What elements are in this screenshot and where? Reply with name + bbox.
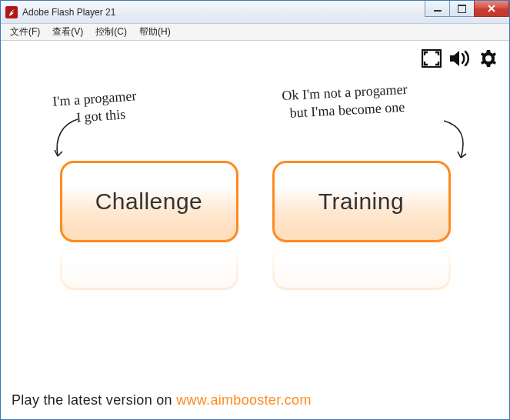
- footer-link[interactable]: www.aimbooster.com: [176, 392, 311, 408]
- challenge-button[interactable]: Challenge: [60, 161, 238, 242]
- top-right-toolbar: [422, 48, 498, 72]
- menu-view[interactable]: 查看(V): [46, 24, 89, 40]
- gear-icon[interactable]: [478, 48, 498, 72]
- app-window: Adobe Flash Player 21 文件(F) 查看(V) 控制(C) …: [0, 0, 510, 420]
- content-area: I'm a progamer I got this Ok I'm not a p…: [7, 45, 503, 413]
- titlebar[interactable]: Adobe Flash Player 21: [1, 1, 509, 24]
- sound-icon[interactable]: [449, 49, 471, 71]
- window-controls: [425, 1, 509, 17]
- footer-prefix: Play the latest version on: [12, 392, 176, 408]
- training-reflection: [272, 244, 451, 290]
- window-title: Adobe Flash Player 21: [22, 7, 115, 18]
- maximize-button[interactable]: [449, 1, 475, 17]
- close-button[interactable]: [474, 1, 509, 17]
- training-button[interactable]: Training: [272, 161, 451, 242]
- note-become-one: Ok I'm not a progamer but I'ma become on…: [282, 81, 408, 122]
- flash-icon: [5, 6, 18, 18]
- challenge-reflection: [60, 244, 238, 290]
- footer-text: Play the latest version on www.aimbooste…: [12, 392, 312, 408]
- fullscreen-icon[interactable]: [422, 49, 442, 71]
- main-buttons: Challenge Training: [7, 161, 503, 242]
- menubar: 文件(F) 查看(V) 控制(C) 帮助(H): [1, 24, 509, 41]
- menu-file[interactable]: 文件(F): [4, 24, 46, 40]
- menu-help[interactable]: 帮助(H): [133, 24, 177, 40]
- button-reflections: [7, 244, 503, 290]
- menu-control[interactable]: 控制(C): [89, 24, 133, 40]
- minimize-button[interactable]: [425, 1, 450, 17]
